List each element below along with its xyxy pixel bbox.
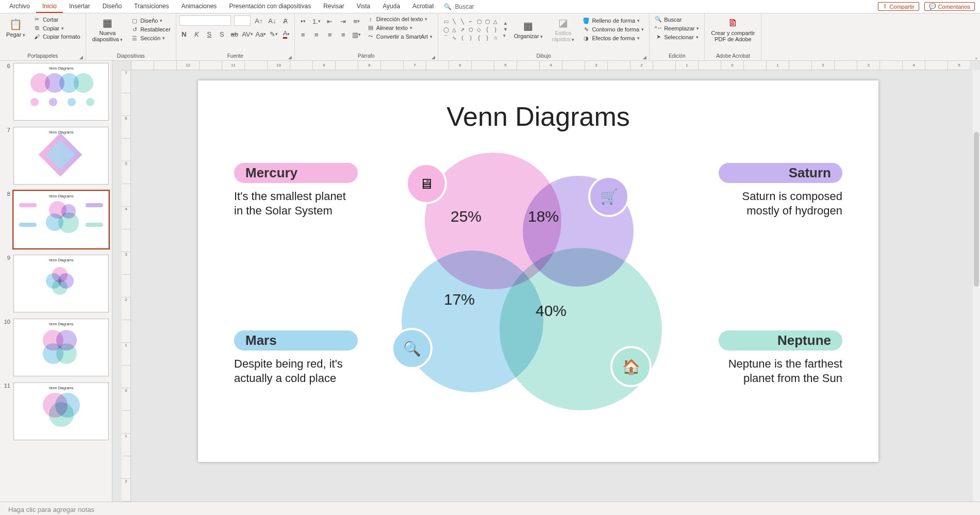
pill-neptune[interactable]: Neptune <box>719 330 842 351</box>
gallery-down-icon[interactable]: ▼ <box>503 27 508 32</box>
char-spacing-button[interactable]: AV <box>242 29 253 39</box>
dialog-launcher-icon[interactable]: ◢ <box>79 55 85 60</box>
columns-button[interactable]: ▥ <box>352 29 362 40</box>
desc-saturn[interactable]: Saturn is composed mostly of hydrogen <box>719 189 842 218</box>
tell-me-search[interactable]: 🔍 Buscar <box>440 0 478 13</box>
comments-button[interactable]: 💬 Comentarios <box>924 2 975 11</box>
align-left-button[interactable]: ≡ <box>298 29 308 40</box>
pct-mercury[interactable]: 25% <box>451 208 481 225</box>
italic-button[interactable]: K <box>192 29 201 39</box>
copy-button[interactable]: ⧉Copiar <box>31 24 82 32</box>
find-button[interactable]: 🔍Buscar <box>653 15 701 23</box>
justify-button[interactable]: ≡ <box>338 29 348 40</box>
font-color-button[interactable]: A <box>281 29 291 39</box>
dialog-launcher-icon[interactable]: ◢ <box>643 55 648 60</box>
dialog-launcher-icon[interactable]: ◢ <box>288 55 293 60</box>
strike-button[interactable]: ab <box>230 29 239 39</box>
slide[interactable]: Venn Diagrams Mercury It's the smallest … <box>198 80 878 462</box>
pct-neptune[interactable]: 40% <box>536 302 567 320</box>
section-button[interactable]: ☰Sección <box>129 35 173 42</box>
layout-button[interactable]: ▢Diseño <box>129 17 173 25</box>
notes-pane[interactable]: Haga clic para agregar notas <box>0 502 980 515</box>
slide-thumbnail-8[interactable]: Venn Diagrams <box>13 191 109 248</box>
font-name-input[interactable] <box>179 15 231 26</box>
shape-outline-button[interactable]: ✎Contorno de forma <box>580 26 646 34</box>
format-painter-button[interactable]: 🖌Copiar formato <box>31 33 82 40</box>
group-fuente: A↑ A↓ A̷ N K S S ab AV Aa ✎ A Fuente ◢ <box>176 13 295 60</box>
slide-thumbnail-10[interactable]: Venn Diagrams <box>13 319 109 376</box>
quick-styles-button[interactable]: ◪ Estilos rápidos <box>549 15 578 43</box>
arrange-button[interactable]: ▦ Organizar <box>511 19 546 40</box>
increase-indent-button[interactable]: ⇥ <box>338 16 348 26</box>
pct-saturn[interactable]: 18% <box>528 208 559 225</box>
desc-mars[interactable]: Despite being red, it's actually a cold … <box>234 357 358 385</box>
tab-archivo[interactable]: Archivo <box>3 0 36 13</box>
reset-button[interactable]: ↺Restablecer <box>129 26 173 34</box>
shapes-gallery[interactable]: ▭╲╲⌐▢▢△ ◯△⇗⬡◇{} ⌒∿(){}☆ <box>441 16 500 42</box>
smartart-button[interactable]: ⤳Convertir a SmartArt <box>365 32 435 40</box>
change-case-button[interactable]: Aa <box>256 29 266 39</box>
gallery-more-icon[interactable]: ▾ <box>503 33 508 38</box>
adobe-pdf-button[interactable]: 🗎 Crear y compartir PDF de Adobe <box>708 15 758 43</box>
desc-neptune[interactable]: Neptune is the farthest planet from the … <box>719 357 842 385</box>
icon-bubble-saturn[interactable]: 🛒 <box>588 176 629 217</box>
cut-button[interactable]: ✂Cortar <box>31 15 82 23</box>
tab-ayuda[interactable]: Ayuda <box>376 0 406 13</box>
tab-presentacion[interactable]: Presentación con diapositivas <box>223 0 317 13</box>
slide-thumbnail-7[interactable]: Venn Diagrams <box>13 127 109 185</box>
slide-thumbnail-9[interactable]: Venn Diagrams <box>13 255 109 312</box>
group-dibujo: ▭╲╲⌐▢▢△ ◯△⇗⬡◇{} ⌒∿(){}☆ ▲ ▼ ▾ ▦ Organiza… <box>438 13 650 60</box>
slide-thumbnail-6[interactable]: Venn Diagrams <box>13 63 109 121</box>
tab-diseno[interactable]: Diseño <box>96 0 128 13</box>
decrease-indent-button[interactable]: ⇤ <box>325 16 335 26</box>
bold-button[interactable]: N <box>179 29 189 39</box>
venn-diagram[interactable]: 25% 18% 17% 40% 🖥 🛒 🔍 🏠 <box>368 147 693 436</box>
underline-button[interactable]: S <box>205 29 214 39</box>
gallery-up-icon[interactable]: ▲ <box>503 21 508 26</box>
replace-button[interactable]: ᵃ↔Reemplazar <box>653 24 701 32</box>
shadow-button[interactable]: S <box>217 29 226 39</box>
pill-mars[interactable]: Mars <box>234 330 358 351</box>
vertical-scrollbar[interactable] <box>973 70 980 502</box>
dialog-launcher-icon[interactable]: ◢ <box>431 55 437 60</box>
tab-acrobat[interactable]: Acrobat <box>406 0 440 13</box>
clear-format-icon[interactable]: A̷ <box>280 15 291 26</box>
increase-font-icon[interactable]: A↑ <box>254 15 264 26</box>
slide-thumbnail-11[interactable]: Venn Diagrams <box>13 383 109 440</box>
new-slide-button[interactable]: ▦ Nueva diapositiva <box>89 15 126 43</box>
pct-mars[interactable]: 17% <box>444 291 475 308</box>
slide-thumbnails-panel[interactable]: 6 Venn Diagrams 7 Venn Diagrams <box>0 61 112 502</box>
pill-saturn[interactable]: Saturn <box>719 163 842 183</box>
icon-bubble-neptune[interactable]: 🏠 <box>610 346 652 387</box>
line-spacing-button[interactable]: ≡ <box>352 16 362 26</box>
collapse-ribbon-icon[interactable]: ˬ <box>975 53 978 59</box>
slide-canvas[interactable]: Venn Diagrams Mercury It's the smallest … <box>131 70 973 502</box>
align-right-button[interactable]: ≡ <box>325 29 335 40</box>
paste-button[interactable]: 📋 Pegar <box>3 17 28 39</box>
tab-vista[interactable]: Vista <box>351 0 376 13</box>
pill-mercury[interactable]: Mercury <box>234 163 358 183</box>
font-size-input[interactable] <box>234 15 251 26</box>
align-text-icon: ▤ <box>367 24 374 31</box>
icon-bubble-mars[interactable]: 🔍 <box>391 328 433 369</box>
tab-insertar[interactable]: Insertar <box>63 0 96 13</box>
icon-bubble-mercury[interactable]: 🖥 <box>406 163 447 204</box>
slide-title[interactable]: Venn Diagrams <box>198 101 878 132</box>
decrease-font-icon[interactable]: A↓ <box>267 15 277 26</box>
highlight-button[interactable]: ✎ <box>269 29 278 39</box>
bullets-button[interactable]: • <box>298 16 308 26</box>
align-text-button[interactable]: ▤Alinear texto <box>365 24 435 31</box>
align-center-button[interactable]: ≡ <box>311 29 322 40</box>
desc-mercury[interactable]: It's the smallest planet in the Solar Sy… <box>234 189 358 218</box>
select-button[interactable]: ➤Seleccionar <box>653 33 701 41</box>
thumb-number: 9 <box>3 255 10 312</box>
shape-fill-button[interactable]: 🪣Relleno de forma <box>580 17 646 25</box>
tab-animaciones[interactable]: Animaciones <box>175 0 223 13</box>
tab-inicio[interactable]: Inicio <box>36 0 63 13</box>
tab-revisar[interactable]: Revisar <box>317 0 351 13</box>
share-button[interactable]: ⇪ Compartir <box>878 2 919 11</box>
tab-transiciones[interactable]: Transiciones <box>128 0 175 13</box>
text-direction-button[interactable]: ↕Dirección del texto <box>365 15 435 23</box>
numbering-button[interactable]: 1. <box>311 16 322 26</box>
shape-effects-button[interactable]: ◑Efectos de forma <box>580 35 646 42</box>
